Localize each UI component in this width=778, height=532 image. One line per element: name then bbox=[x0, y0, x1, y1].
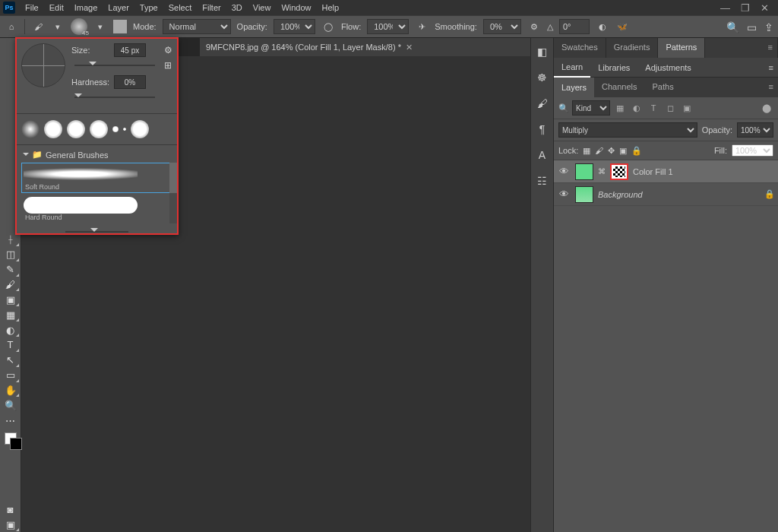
menu-file[interactable]: File bbox=[20, 2, 44, 14]
share-icon[interactable]: ⇪ bbox=[764, 21, 773, 33]
tab-learn[interactable]: Learn bbox=[554, 58, 590, 78]
brush-item-hard-round[interactable]: Hard Round bbox=[21, 195, 172, 223]
angle-input[interactable] bbox=[559, 19, 590, 34]
gear-icon[interactable]: ⚙ bbox=[527, 20, 541, 33]
chevron-down-icon[interactable]: ▾ bbox=[93, 20, 107, 33]
type-tool[interactable]: T bbox=[2, 337, 20, 353]
layer-thumb[interactable] bbox=[575, 163, 593, 180]
opacity-select[interactable]: 100% bbox=[274, 19, 315, 34]
clone-tool[interactable]: ▣ bbox=[2, 292, 20, 307]
path-tool[interactable]: ↖ bbox=[2, 353, 20, 368]
pressure-opacity-icon[interactable]: ◯ bbox=[321, 20, 335, 33]
brush-preset[interactable] bbox=[67, 120, 85, 138]
layer-name[interactable]: Background bbox=[598, 190, 760, 199]
brush-preset[interactable] bbox=[123, 128, 126, 131]
brush-tool-icon[interactable]: 🖌 bbox=[31, 20, 45, 33]
new-preset-icon[interactable]: ⊞ bbox=[164, 60, 172, 71]
filter-toggle[interactable]: ⬤ bbox=[760, 101, 773, 115]
eyedropper-tool[interactable]: ✎ bbox=[2, 262, 20, 277]
layer-mask-thumb[interactable] bbox=[610, 163, 628, 180]
opacity-select[interactable]: 100% bbox=[737, 122, 773, 138]
filter-pixel-icon[interactable]: ▦ bbox=[613, 101, 627, 115]
close-button[interactable]: ✕ bbox=[761, 2, 769, 14]
arrange-icon[interactable]: ▭ bbox=[747, 21, 757, 33]
home-icon[interactable]: ⌂ bbox=[5, 20, 18, 33]
lock-pixels-icon[interactable]: 🖌 bbox=[595, 146, 603, 155]
brush-preset[interactable] bbox=[112, 126, 119, 132]
brush-icon[interactable]: 🖌 bbox=[537, 97, 548, 109]
blend-mode-select[interactable]: Normal bbox=[163, 19, 231, 34]
tab-patterns[interactable]: Patterns bbox=[658, 38, 705, 58]
chevron-down-icon[interactable]: ▾ bbox=[51, 20, 65, 33]
lock-icon[interactable]: 🔒 bbox=[764, 189, 775, 199]
color-panel-icon[interactable]: ◧ bbox=[537, 46, 547, 58]
blur-tool[interactable]: ◐ bbox=[2, 322, 20, 337]
menu-window[interactable]: Window bbox=[276, 2, 316, 14]
brush-preview-icon[interactable]: 45 bbox=[71, 18, 87, 35]
filter-type-icon[interactable]: T bbox=[647, 101, 660, 115]
brush-panel-toggle-icon[interactable] bbox=[113, 20, 127, 33]
brush-preset[interactable] bbox=[44, 120, 62, 138]
panel-menu-icon[interactable]: ≡ bbox=[764, 38, 778, 58]
brush-angle-preview[interactable] bbox=[21, 43, 65, 87]
scrollbar-thumb[interactable] bbox=[169, 163, 177, 193]
lock-all-icon[interactable]: 🔒 bbox=[631, 146, 642, 156]
menu-edit[interactable]: Edit bbox=[44, 2, 69, 14]
gradient-tool[interactable]: ▦ bbox=[2, 307, 20, 322]
link-icon[interactable]: ⌘ bbox=[598, 167, 606, 176]
visibility-icon[interactable]: 👁 bbox=[557, 166, 571, 177]
document-tab[interactable]: 9MFCNP8.jpg @ 164% (Color Fill 1, Layer … bbox=[200, 38, 530, 56]
minimize-button[interactable]: — bbox=[720, 2, 730, 14]
brush-preset[interactable] bbox=[90, 120, 108, 138]
filter-smart-icon[interactable]: ▣ bbox=[680, 101, 694, 115]
filter-kind-select[interactable]: Kind bbox=[572, 100, 610, 116]
size-slider[interactable] bbox=[74, 60, 155, 71]
tab-gradients[interactable]: Gradients bbox=[606, 38, 659, 58]
zoom-tool[interactable]: 🔍 bbox=[2, 397, 20, 413]
fill-select[interactable]: 100% bbox=[732, 144, 773, 157]
size-input[interactable] bbox=[114, 43, 146, 57]
layer-name[interactable]: Color Fill 1 bbox=[633, 167, 775, 176]
smoothing-select[interactable]: 0% bbox=[483, 19, 521, 34]
preview-size-slider[interactable] bbox=[65, 226, 128, 237]
shape-tool[interactable]: ▭ bbox=[2, 368, 20, 383]
menu-select[interactable]: Select bbox=[163, 2, 198, 14]
character-icon[interactable]: A bbox=[539, 149, 546, 161]
flow-select[interactable]: 100% bbox=[367, 19, 409, 34]
panel-menu-icon[interactable]: ≡ bbox=[764, 78, 778, 97]
pressure-size-icon[interactable]: ◐ bbox=[596, 20, 609, 33]
blend-mode-select[interactable]: Multiply bbox=[558, 122, 697, 138]
menu-3d[interactable]: 3D bbox=[226, 2, 248, 14]
paragraph-icon[interactable]: ¶ bbox=[539, 123, 546, 135]
menu-view[interactable]: View bbox=[248, 2, 277, 14]
layer-row[interactable]: 👁 ⌘ Color Fill 1 bbox=[554, 160, 778, 183]
more-tools[interactable]: ⋯ bbox=[2, 413, 20, 428]
color-swatch[interactable] bbox=[2, 428, 20, 448]
brush-tool[interactable]: 🖌 bbox=[2, 277, 20, 293]
menu-filter[interactable]: Filter bbox=[197, 2, 226, 14]
airbrush-icon[interactable]: ✈ bbox=[415, 20, 429, 33]
brush-item-soft-round[interactable]: Soft Round bbox=[21, 163, 172, 193]
symmetry-icon[interactable]: 🦋 bbox=[615, 20, 629, 33]
search-icon[interactable]: 🔍 bbox=[726, 21, 739, 33]
hardness-input[interactable] bbox=[114, 75, 146, 89]
helm-icon[interactable]: ☸ bbox=[537, 71, 547, 84]
layer-thumb[interactable] bbox=[575, 186, 593, 203]
filter-shape-icon[interactable]: ◻ bbox=[663, 101, 677, 115]
filter-adjust-icon[interactable]: ◐ bbox=[630, 101, 644, 115]
brush-preset[interactable] bbox=[131, 120, 149, 138]
menu-layer[interactable]: Layer bbox=[103, 2, 134, 14]
hand-tool[interactable]: ✋ bbox=[2, 383, 20, 398]
gear-icon[interactable]: ⚙ bbox=[164, 45, 172, 55]
lock-transparency-icon[interactable]: ▦ bbox=[583, 146, 590, 156]
tab-channels[interactable]: Channels bbox=[594, 78, 644, 97]
tab-libraries[interactable]: Libraries bbox=[590, 59, 637, 77]
tab-swatches[interactable]: Swatches bbox=[554, 38, 606, 58]
menu-type[interactable]: Type bbox=[134, 2, 163, 14]
tab-paths[interactable]: Paths bbox=[645, 78, 682, 97]
crop-tool[interactable]: ◫ bbox=[2, 247, 20, 262]
lock-position-icon[interactable]: ✥ bbox=[608, 146, 615, 156]
visibility-icon[interactable]: 👁 bbox=[557, 188, 571, 200]
restore-button[interactable]: ❐ bbox=[741, 2, 750, 14]
tab-adjustments[interactable]: Adjustments bbox=[637, 59, 699, 77]
